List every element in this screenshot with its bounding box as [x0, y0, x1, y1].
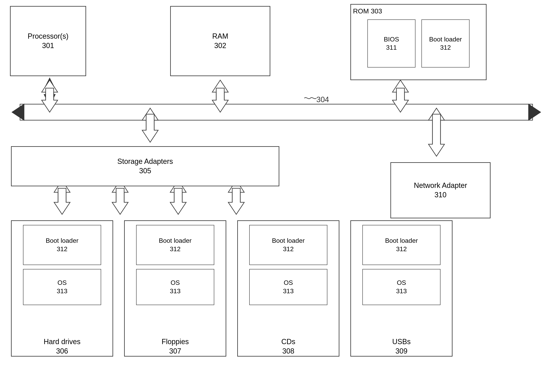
- boot-loader-rom-label: Boot loader: [429, 35, 462, 44]
- cd-boot-loader-box: Boot loader 312: [249, 225, 327, 265]
- hd-boot-loader-label: Boot loader: [46, 237, 78, 245]
- hd-os-label: OS: [57, 279, 67, 287]
- svg-marker-6: [529, 104, 540, 120]
- cd-boot-loader-number: 312: [283, 245, 293, 253]
- storage-adapters-label: Storage Adapters: [117, 157, 173, 166]
- usb-boot-loader-box: Boot loader 312: [362, 225, 441, 265]
- floppies-label: Floppies: [162, 337, 189, 347]
- usb-boot-loader-label: Boot loader: [385, 237, 418, 245]
- storage-adapters-box: Storage Adapters 305: [11, 146, 279, 186]
- storage-adapters-number: 305: [139, 166, 151, 176]
- cd-os-number: 313: [283, 287, 293, 295]
- svg-marker-7: [12, 104, 24, 120]
- rom-box: ROM 303 BIOS 311 Boot loader 312: [350, 4, 486, 80]
- diagram: 304 Processor(s) 301 RAM 302 ROM 303 BIO…: [0, 0, 554, 392]
- svg-text:304: 304: [316, 95, 329, 104]
- svg-marker-8: [529, 104, 540, 120]
- rom-label: ROM 303: [351, 7, 382, 15]
- hd-boot-loader-number: 312: [57, 245, 67, 253]
- usbs-number: 309: [395, 347, 408, 356]
- bios-box: BIOS 311: [367, 19, 416, 68]
- hd-os-box: OS 313: [23, 269, 101, 305]
- fl-boot-loader-box: Boot loader 312: [136, 225, 214, 265]
- hard-drives-label: Hard drives: [44, 337, 81, 347]
- ram-label: RAM: [212, 32, 228, 41]
- floppies-number: 307: [169, 347, 181, 356]
- network-adapter-label: Network Adapter: [414, 181, 467, 190]
- cd-boot-loader-label: Boot loader: [272, 237, 305, 245]
- usb-os-number: 313: [396, 287, 407, 295]
- fl-boot-loader-label: Boot loader: [159, 237, 192, 245]
- usb-os-label: OS: [397, 279, 406, 287]
- cds-box: Boot loader 312 OS 313 CDs 308: [237, 220, 339, 357]
- fl-os-box: OS 313: [136, 269, 214, 305]
- svg-marker-12: [44, 94, 56, 106]
- floppies-box: Boot loader 312 OS 313 Floppies 307: [124, 220, 226, 357]
- usbs-box: Boot loader 312 OS 313 USBs 309: [350, 220, 452, 357]
- processor-label: Processor(s): [28, 32, 69, 41]
- bios-label: BIOS: [384, 35, 399, 44]
- fl-os-label: OS: [171, 279, 180, 287]
- network-adapter-box: Network Adapter 310: [390, 162, 491, 218]
- ram-box: RAM 302: [170, 6, 270, 76]
- usbs-label: USBs: [392, 337, 411, 347]
- cd-os-box: OS 313: [249, 269, 327, 305]
- svg-marker-10: [44, 78, 56, 90]
- cd-os-label: OS: [284, 279, 293, 287]
- hd-boot-loader-box: Boot loader 312: [23, 225, 101, 265]
- svg-rect-4: [20, 104, 533, 120]
- hard-drives-box: Boot loader 312 OS 313 Hard drives 306: [11, 220, 113, 357]
- network-adapter-number: 310: [435, 190, 446, 200]
- boot-loader-rom-box: Boot loader 312: [422, 19, 470, 68]
- svg-rect-11: [46, 90, 54, 104]
- usb-os-box: OS 313: [362, 269, 441, 305]
- cds-number: 308: [282, 347, 294, 356]
- hd-os-number: 313: [57, 287, 67, 295]
- bios-number: 311: [386, 43, 397, 52]
- hard-drives-number: 306: [56, 347, 68, 356]
- fl-boot-loader-number: 312: [170, 245, 180, 253]
- boot-loader-rom-number: 312: [440, 43, 451, 52]
- cds-label: CDs: [281, 337, 295, 347]
- usb-boot-loader-number: 312: [396, 245, 407, 253]
- svg-marker-5: [12, 104, 24, 120]
- processor-box: Processor(s) 301: [10, 6, 86, 76]
- ram-number: 302: [214, 41, 226, 50]
- fl-os-number: 313: [170, 287, 180, 295]
- svg-marker-9: [44, 78, 56, 90]
- processor-number: 301: [42, 41, 54, 50]
